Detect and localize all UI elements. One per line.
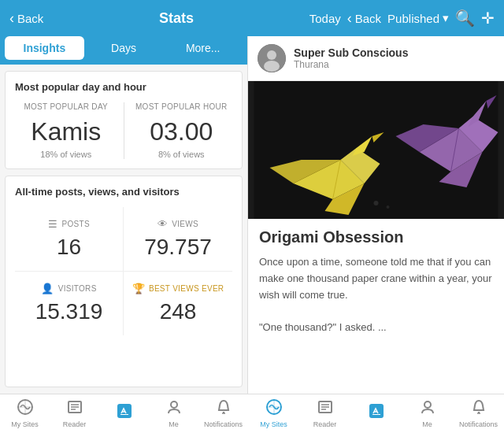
blog-avatar bbox=[258, 44, 286, 72]
bell-icon-right bbox=[471, 399, 487, 419]
blog-header: Super Sub Conscious Thurana bbox=[248, 36, 504, 81]
svg-point-21 bbox=[374, 201, 379, 205]
me-icon-left bbox=[166, 399, 182, 419]
svg-point-30 bbox=[171, 402, 177, 408]
write-icon-left bbox=[116, 402, 133, 424]
day-sub: 18% of views bbox=[40, 150, 91, 159]
svg-point-22 bbox=[387, 205, 390, 209]
views-metric: 👁 VIEWS 79.757 bbox=[124, 207, 232, 272]
svg-point-40 bbox=[424, 402, 431, 408]
visitors-value: 15.319 bbox=[35, 299, 103, 324]
popular-title: Most popular day and hour bbox=[15, 81, 232, 93]
posts-value: 16 bbox=[57, 235, 81, 260]
views-icon: 👁 bbox=[158, 218, 168, 230]
today-button[interactable]: Today bbox=[309, 12, 341, 25]
nav-notifications-label-right: Notifications bbox=[459, 420, 498, 428]
reader-icon-left bbox=[67, 399, 83, 419]
posts-label: POSTS bbox=[61, 220, 89, 228]
me-icon-right bbox=[420, 399, 435, 419]
trophy-icon: 🏆 bbox=[132, 283, 145, 294]
hour-value: 03.00 bbox=[150, 117, 213, 146]
popular-stats-row: MOST POPULAR DAY Kamis 18% of views MOST… bbox=[15, 102, 232, 159]
nav-reader-left[interactable]: Reader bbox=[50, 394, 99, 433]
search-button[interactable]: 🔍 bbox=[455, 9, 475, 28]
hour-label: MOST POPULAR HOUR bbox=[135, 102, 228, 111]
nav-me-label-left: Me bbox=[169, 420, 179, 428]
nav-notifications-right[interactable]: Notifications bbox=[453, 394, 504, 433]
visitors-icon: 👤 bbox=[41, 283, 54, 294]
bell-icon-left bbox=[216, 399, 232, 419]
back-label-left: Back bbox=[17, 12, 43, 25]
right-pane: Super Sub Conscious Thurana bbox=[248, 36, 504, 394]
posts-metric: ☰ POSTS 16 bbox=[15, 207, 124, 272]
blog-url: Thurana bbox=[294, 59, 408, 70]
tab-days[interactable]: Days bbox=[84, 36, 164, 60]
nav-my-sites-label-left: My Sites bbox=[11, 420, 39, 428]
most-popular-day-col: MOST POPULAR DAY Kamis 18% of views bbox=[15, 102, 117, 159]
bottom-nav: My Sites Reader Me Notifications My Site… bbox=[0, 394, 504, 433]
nav-reader-label-right: Reader bbox=[313, 420, 337, 428]
back-arrow-right: ‹ bbox=[347, 10, 352, 27]
visitors-label: VISITORS bbox=[58, 284, 97, 293]
svg-point-1 bbox=[267, 50, 276, 60]
wordpress-icon-right bbox=[266, 399, 282, 419]
nav-notifications-left[interactable]: Notifications bbox=[198, 394, 248, 433]
left-pane: Insights Days More... Most popular day a… bbox=[0, 36, 248, 394]
best-views-metric: 🏆 BEST VIEWS EVER 248 bbox=[124, 272, 232, 335]
best-value: 248 bbox=[160, 299, 197, 324]
nav-my-sites-left[interactable]: My Sites bbox=[0, 394, 50, 433]
nav-me-left[interactable]: Me bbox=[149, 394, 198, 433]
views-label: VIEWS bbox=[172, 220, 198, 228]
post-image bbox=[248, 81, 504, 219]
tab-insights[interactable]: Insights bbox=[5, 36, 84, 60]
published-arrow-icon: ▾ bbox=[443, 11, 449, 25]
post-title: Origami Obsession bbox=[259, 228, 493, 246]
back-label-right: Back bbox=[355, 12, 381, 25]
hour-sub: 8% of views bbox=[158, 150, 205, 159]
post-text: Once upon a time, someone told me that i… bbox=[259, 254, 493, 336]
main-area: Insights Days More... Most popular day a… bbox=[0, 36, 504, 394]
blog-info: Super Sub Conscious Thurana bbox=[294, 46, 408, 70]
best-label: BEST VIEWS EVER bbox=[149, 284, 224, 293]
posts-icon: ☰ bbox=[48, 218, 57, 230]
nav-reader-right[interactable]: Reader bbox=[299, 394, 350, 433]
metrics-grid: ☰ POSTS 16 👁 VIEWS 79.757 👤 VISITORS bbox=[15, 207, 232, 335]
published-button[interactable]: Published ▾ bbox=[387, 11, 449, 25]
back-button-right[interactable]: ‹ Back bbox=[347, 10, 381, 27]
nav-my-sites-label-right: My Sites bbox=[260, 420, 287, 428]
tabs-bar: Insights Days More... bbox=[0, 36, 247, 65]
back-arrow-left: ‹ bbox=[9, 10, 14, 27]
alltime-section: All-time posts, views, and visitors ☰ PO… bbox=[5, 176, 243, 387]
nav-write-right[interactable] bbox=[350, 394, 402, 433]
nav-me-right[interactable]: Me bbox=[402, 394, 453, 433]
write-icon-right bbox=[368, 402, 385, 424]
day-value: Kamis bbox=[31, 117, 101, 146]
add-button[interactable]: ✛ bbox=[481, 9, 495, 28]
header-title: Stats bbox=[159, 10, 194, 27]
views-value: 79.757 bbox=[144, 235, 212, 260]
nav-write-left[interactable] bbox=[99, 394, 149, 433]
nav-notifications-label-left: Notifications bbox=[204, 420, 243, 428]
nav-reader-label-left: Reader bbox=[63, 420, 87, 428]
nav-my-sites-right[interactable]: My Sites bbox=[248, 394, 299, 433]
stats-divider bbox=[124, 102, 124, 159]
most-popular-hour-col: MOST POPULAR HOUR 03.00 8% of views bbox=[131, 102, 233, 159]
tab-more[interactable]: More... bbox=[163, 36, 243, 60]
visitors-metric: 👤 VISITORS 15.319 bbox=[15, 272, 124, 335]
back-button-left[interactable]: ‹ Back bbox=[9, 10, 43, 27]
avatar-inner bbox=[258, 44, 286, 72]
day-label: MOST POPULAR DAY bbox=[24, 102, 108, 111]
top-header: ‹ Back Stats Today ‹ Back Published ▾ 🔍 … bbox=[0, 0, 504, 36]
origami-image bbox=[248, 81, 504, 219]
nav-me-label-right: Me bbox=[422, 420, 432, 428]
published-label: Published bbox=[387, 12, 439, 25]
svg-point-2 bbox=[264, 61, 280, 72]
post-content: Origami Obsession Once upon a time, some… bbox=[248, 219, 504, 346]
blog-name: Super Sub Conscious bbox=[294, 46, 408, 59]
alltime-title: All-time posts, views, and visitors bbox=[15, 186, 232, 198]
wordpress-icon-left bbox=[17, 399, 33, 419]
popular-section: Most popular day and hour MOST POPULAR D… bbox=[5, 71, 243, 169]
reader-icon-right bbox=[317, 399, 333, 419]
